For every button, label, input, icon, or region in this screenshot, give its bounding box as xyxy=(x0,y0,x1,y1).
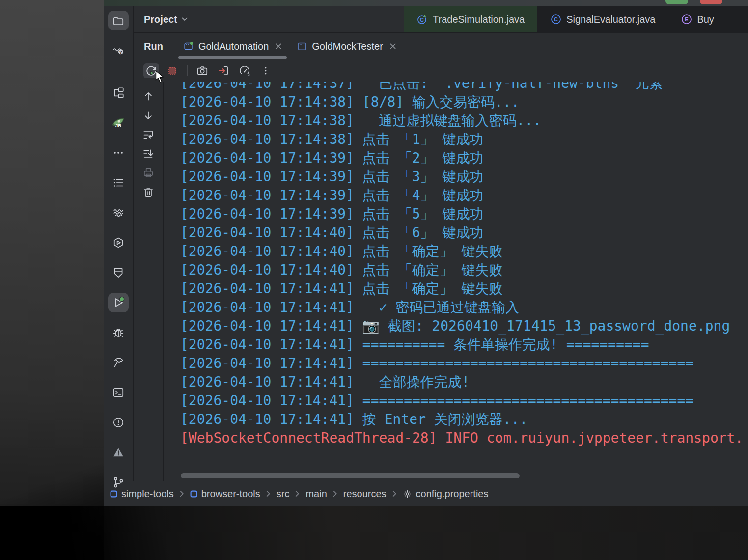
log-line: [2026-04-10 17:14:38] 通过虚拟键盘输入密码... xyxy=(180,112,748,130)
down-stacktrace-button[interactable] xyxy=(141,108,156,123)
run-config-running-icon xyxy=(183,41,194,52)
sidebar-item-structure[interactable] xyxy=(108,83,129,103)
sidebar-item-project[interactable] xyxy=(108,11,129,30)
sidebar-item-waves[interactable] xyxy=(108,203,129,223)
run-config-icon xyxy=(297,41,307,52)
project-selector-label[interactable]: Project xyxy=(144,14,177,25)
breadcrumb-item-browser-tools[interactable]: browser-tools xyxy=(190,488,260,500)
sidebar-item-more[interactable] xyxy=(108,143,129,163)
svg-text:C: C xyxy=(420,17,424,23)
editor-tab-buy[interactable]: E Buy xyxy=(668,6,726,32)
run-play-icon xyxy=(111,296,125,309)
breadcrumb-item-main[interactable]: main xyxy=(305,488,327,500)
help-squiggle-icon: ? xyxy=(112,44,125,57)
warning-triangle-icon xyxy=(112,446,125,459)
class-run-icon: C xyxy=(416,13,428,25)
scroll-to-end-icon xyxy=(142,147,155,160)
run-tool-window-header: Run GoldAutomation xyxy=(134,33,748,59)
editor-tab-label: SignalEvaluator.java xyxy=(566,14,655,25)
log-line: [2026-04-10 17:14:41] 📷 截图: 20260410_171… xyxy=(180,317,748,336)
scroll-to-end-button[interactable] xyxy=(141,146,156,161)
gauge-icon xyxy=(238,64,251,77)
log-line: [WebSocketConnectReadThread-28] INFO com… xyxy=(180,429,748,448)
sidebar-item-warnings[interactable] xyxy=(108,443,129,462)
close-icon[interactable] xyxy=(275,43,282,50)
chevron-down-icon xyxy=(182,17,188,21)
enum-icon: E xyxy=(681,13,693,25)
coverage-button[interactable] xyxy=(237,63,252,78)
sidebar-item-todo[interactable] xyxy=(108,173,129,193)
log-line: [2026-04-10 17:14:38] 点击 「1」 键成功 xyxy=(180,130,748,149)
editor-tab-strip: C TradeSimulation.java C xyxy=(404,6,748,32)
run-tab-label: GoldAutomation xyxy=(198,41,269,52)
todo-list-icon xyxy=(112,176,125,189)
kebab-menu-icon xyxy=(260,65,271,76)
bug-icon xyxy=(112,326,125,339)
screenshot-button[interactable] xyxy=(194,63,210,78)
terminal-icon xyxy=(112,386,125,399)
stop-button[interactable] xyxy=(165,63,180,78)
log-line: [2026-04-10 17:14:39] 点击 「2」 键成功 xyxy=(180,149,748,168)
editor-tab-signalevaluator[interactable]: C SignalEvaluator.java xyxy=(537,6,668,32)
log-line: [2026-04-10 17:14:39] 点击 「4」 键成功 xyxy=(180,186,748,205)
run-tab-goldautomation[interactable]: GoldAutomation xyxy=(176,33,289,59)
up-stacktrace-button[interactable] xyxy=(141,89,156,104)
arrow-down-icon xyxy=(142,109,155,122)
sidebar-item-debug[interactable] xyxy=(108,323,129,342)
svg-text:JR: JR xyxy=(115,123,122,128)
more-options-button[interactable] xyxy=(258,63,274,78)
log-line: [2026-04-10 17:14:40] 点击 「确定」 键失败 xyxy=(180,261,748,280)
breadcrumb-item-simple-tools[interactable]: simple-tools xyxy=(110,488,174,500)
module-icon xyxy=(190,490,197,498)
close-icon[interactable] xyxy=(389,43,396,50)
sidebar-item-shield[interactable] xyxy=(108,263,129,282)
log-line: [2026-04-10 17:14:41] 全部操作完成! xyxy=(180,373,748,392)
chevron-right-icon xyxy=(266,490,271,497)
chevron-right-icon xyxy=(180,490,184,497)
waves-icon xyxy=(112,206,125,219)
log-line: [2026-04-10 17:14:40] 点击 「确定」 键失败 xyxy=(180,242,748,261)
sidebar-item-jrebel[interactable]: JR xyxy=(108,113,129,133)
project-tool-window-header[interactable]: Project xyxy=(134,6,404,32)
breadcrumb: simple-tools browser-tools src main reso… xyxy=(104,481,748,506)
log-line: [2026-04-10 17:14:37] 已点击: ".verify-half… xyxy=(180,82,748,93)
svg-text:E: E xyxy=(685,16,689,22)
breadcrumb-item-config-properties[interactable]: config.properties xyxy=(403,488,489,500)
clear-console-button[interactable] xyxy=(141,185,156,199)
arrow-up-icon xyxy=(142,90,155,103)
desktop-background-bottom xyxy=(0,506,748,560)
svg-text:C: C xyxy=(554,16,558,22)
log-line: [2026-04-10 17:14:39] 点击 「3」 键成功 xyxy=(180,168,748,186)
log-line: [2026-04-10 17:14:40] 点击 「6」 键成功 xyxy=(180,224,748,242)
sidebar-item-run[interactable] xyxy=(108,293,129,312)
soft-wrap-button[interactable] xyxy=(141,127,156,142)
stop-icon xyxy=(166,65,178,77)
print-button[interactable] xyxy=(141,166,156,180)
sidebar-item-problems[interactable] xyxy=(108,413,129,432)
camera-icon xyxy=(196,64,209,77)
editor-tab-tradesimulation[interactable]: C TradeSimulation.java xyxy=(404,6,537,32)
breadcrumb-item-src[interactable]: src xyxy=(277,488,290,500)
more-dots-icon xyxy=(112,146,125,159)
console-gutter-toolbar xyxy=(134,82,164,481)
horizontal-scrollbar-thumb[interactable] xyxy=(181,473,520,478)
sidebar-item-build[interactable] xyxy=(108,353,129,372)
sidebar-item-services[interactable] xyxy=(108,233,129,252)
log-line: [2026-04-10 17:14:41] 按 Enter 关闭浏览器... xyxy=(180,410,748,429)
run-toolbar xyxy=(134,59,748,82)
structure-icon xyxy=(112,86,125,99)
sidebar-item-terminal[interactable] xyxy=(108,383,129,402)
log-line: [2026-04-10 17:14:41] ========== 条件单操作完成… xyxy=(180,336,748,354)
gear-icon xyxy=(403,489,412,499)
exit-button[interactable] xyxy=(216,63,231,78)
stop-pill-button[interactable] xyxy=(700,0,722,4)
breadcrumb-item-resources[interactable]: resources xyxy=(343,488,387,500)
sidebar-item-help[interactable]: ? xyxy=(108,41,129,60)
console-output[interactable]: [2026-04-10 17:14:37] 已点击: ".verify-half… xyxy=(164,82,748,481)
run-pill-button[interactable] xyxy=(665,0,688,4)
run-tab-goldmocktester[interactable]: GoldMockTester xyxy=(289,33,404,59)
log-line: [2026-04-10 17:14:41] ✓ 密码已通过键盘输入 xyxy=(180,298,748,317)
printer-icon xyxy=(142,167,155,179)
chevron-right-icon xyxy=(295,490,300,497)
mouse-cursor xyxy=(155,70,166,83)
